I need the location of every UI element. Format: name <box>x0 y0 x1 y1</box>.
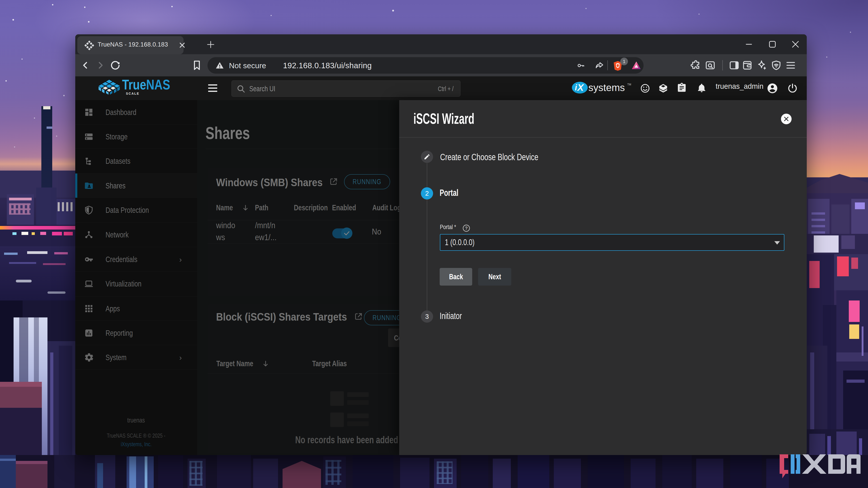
svg-text:X: X <box>577 82 584 93</box>
svg-text:TM: TM <box>627 83 631 86</box>
svg-text:systems: systems <box>588 82 625 93</box>
svg-text:?: ? <box>465 226 468 231</box>
svg-text:i: i <box>575 83 577 92</box>
